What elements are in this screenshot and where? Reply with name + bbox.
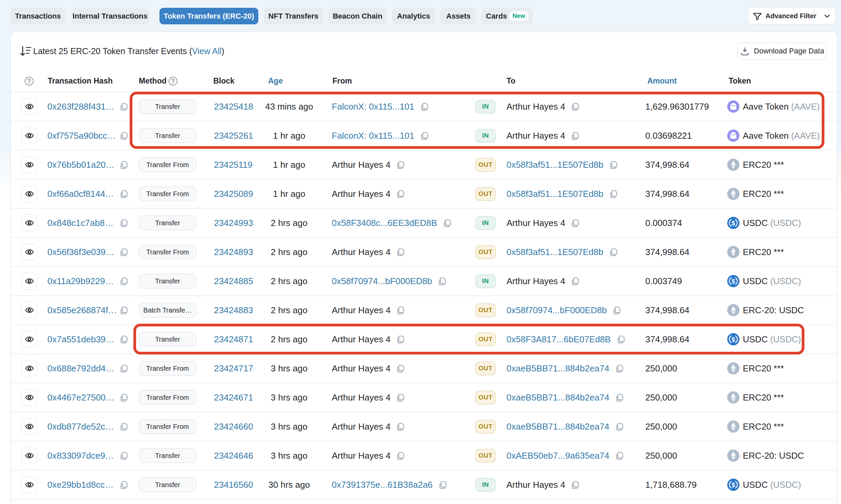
svg-text:$: $ [732,278,735,285]
svg-text:$: $ [732,219,735,227]
svg-text:$: $ [732,481,735,488]
